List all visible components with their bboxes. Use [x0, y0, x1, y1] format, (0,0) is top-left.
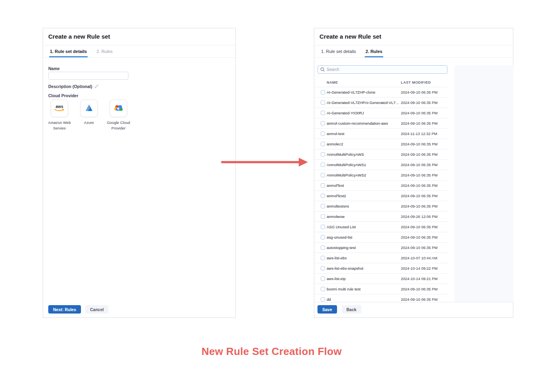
table-row-asg-unused-list[interactable]: asg-unused-list 2024-09-10 06:35 PM: [314, 232, 448, 243]
search-icon: [320, 67, 325, 72]
row-last-modified: 2024-11-13 12:32 PM: [401, 129, 437, 139]
row-name: ASG Unused List: [327, 222, 356, 232]
row-last-modified: 2024-09-10 06:35 PM: [401, 139, 438, 149]
row-checkbox[interactable]: [321, 131, 325, 136]
row-last-modified: 2024-09-10 06:35 PM: [401, 201, 438, 212]
table-row-anmoltest2[interactable]: anmolTest2 2024-09-10 06:35 PM: [314, 191, 448, 201]
row-checkbox[interactable]: [321, 256, 325, 260]
tab-2-rules[interactable]: 2. Rules: [96, 45, 113, 57]
cloud-provider-option-label: Azure: [84, 120, 94, 125]
table-row-ai-generated-vl7zhpai-generated-vl7zhpai-g[interactable]: AI-Generated-VL7ZHPAI-Generated-VL7ZHPAI…: [314, 98, 448, 108]
flow-arrow-right-icon: [220, 157, 310, 168]
table-row-dd[interactable]: dd 2024-09-10 06:35 PM: [314, 294, 448, 302]
row-checkbox[interactable]: [321, 225, 325, 229]
row-checkbox[interactable]: [321, 90, 325, 94]
cloud-provider-option-azure[interactable]: Azure: [74, 100, 104, 131]
row-name: AnmolMultiPolicyAWS2: [327, 170, 366, 180]
row-name: asg-unused-list: [327, 232, 352, 243]
table-row-anmolwow[interactable]: anmolwow 2024-09-26 12:06 PM: [314, 212, 448, 222]
row-checkbox[interactable]: [321, 297, 325, 302]
gcp-icon: [114, 104, 123, 113]
row-checkbox[interactable]: [321, 245, 325, 250]
description-label: Description (Optional): [48, 84, 92, 89]
row-name: anmolec2: [327, 139, 343, 149]
footer-divider: [314, 302, 513, 302]
cloud-provider-label: Cloud Provider: [48, 93, 78, 98]
cloud-provider-option-google-cloud-provider[interactable]: Google Cloud Provider: [104, 100, 133, 131]
table-row-anmol-test[interactable]: anmol-test 2024-11-13 12:32 PM: [314, 129, 448, 139]
table-row-boomi-multi-rule-test[interactable]: boomi multi rule test 2024-09-10 06:35 P…: [314, 284, 448, 294]
row-checkbox[interactable]: [321, 214, 325, 219]
name-input[interactable]: [48, 72, 128, 80]
row-checkbox[interactable]: [321, 183, 325, 188]
search-box[interactable]: [317, 65, 448, 74]
row-last-modified: 2024-09-10 06:35 PM: [401, 98, 438, 108]
row-checkbox[interactable]: [321, 152, 325, 157]
table-row-anmolmultipolicyaws[interactable]: AnmolMultiPolicyAWS 2024-09-10 06:35 PM: [314, 149, 448, 160]
row-checkbox[interactable]: [321, 173, 325, 177]
row-checkbox[interactable]: [321, 142, 325, 146]
row-checkbox[interactable]: [321, 276, 325, 281]
azure-icon: [85, 104, 93, 113]
cloud-provider-card[interactable]: aws: [51, 100, 68, 117]
row-name: autostopping-test: [327, 243, 356, 253]
row-name: dd: [327, 294, 331, 302]
row-name: aws-list-ebs-snapshot: [327, 263, 363, 274]
tabs-divider: [314, 57, 513, 58]
dialog-footer: Save Back: [317, 305, 361, 314]
table-row-anmolec2[interactable]: anmolec2 2024-09-10 06:35 PM: [314, 139, 448, 149]
table-row-anmoltest[interactable]: anmolTest 2024-09-10 06:35 PM: [314, 180, 448, 191]
figure-caption: New Rule Set Creation Flow: [201, 345, 342, 358]
edit-pencil-icon[interactable]: [95, 83, 99, 90]
table-row-aws-list-ebs-snapshot[interactable]: aws-list-ebs-snapshot 2024-10-14 09:22 P…: [314, 263, 448, 274]
row-checkbox[interactable]: [321, 194, 325, 198]
row-name: anmolwow: [327, 212, 345, 222]
back-button[interactable]: Back: [342, 305, 361, 314]
table-row-ai-generated-yio0rj[interactable]: AI-Generated-YIO0RJ 2024-09-10 06:35 PM: [314, 108, 448, 118]
row-checkbox[interactable]: [321, 111, 325, 115]
cancel-button[interactable]: Cancel: [85, 305, 108, 314]
table-row-anmol-custom-recommendation-aws[interactable]: anmol-custom-recommendation-aws 2024-09-…: [314, 118, 448, 129]
cloud-provider-card[interactable]: [80, 100, 98, 117]
row-checkbox[interactable]: [321, 235, 325, 239]
table-row-anmolmultipolicyaws2[interactable]: AnmolMultiPolicyAWS2 2024-09-10 06:35 PM: [314, 170, 448, 180]
row-name: AI-Generated-VL7ZHPAI-Generated-VL7ZHPAI…: [327, 98, 400, 108]
search-input[interactable]: [327, 67, 445, 72]
column-header-name: NAME: [327, 78, 338, 86]
table-row-autostopping-test[interactable]: autostopping-test 2024-09-10 06:35 PM: [314, 243, 448, 253]
table-row-anmoltestsns[interactable]: anmoltestsns 2024-09-10 06:35 PM: [314, 201, 448, 212]
row-name: anmolTest2: [327, 191, 346, 201]
rule-table: AI-Generated-VL7ZHP-clone 2024-09-10 06:…: [314, 87, 448, 302]
table-row-asg-unused-list[interactable]: ASG Unused List 2024-09-10 06:35 PM: [314, 222, 448, 232]
tab-1-rule-set-details[interactable]: 1. Rule set details: [49, 45, 88, 57]
column-header-last-modified: LAST MODIFIED: [401, 78, 431, 86]
dialog-footer: Next: Rules Cancel: [48, 305, 108, 314]
save-button[interactable]: Save: [317, 305, 337, 314]
tab-1-rule-set-details[interactable]: 1. Rule set details: [320, 45, 357, 57]
cloud-provider-card[interactable]: [110, 100, 127, 117]
cloud-provider-option-label: Google Cloud Provider: [104, 120, 133, 131]
row-last-modified: 2024-09-10 06:35 PM: [401, 232, 438, 243]
dialog-title: Create a new Rule set: [48, 28, 110, 45]
row-last-modified: 2024-09-10 06:35 PM: [401, 191, 438, 201]
row-name: anmolTest: [327, 180, 344, 191]
tab-2-rules[interactable]: 2. Rules: [365, 45, 383, 57]
row-name: boomi multi rule test: [327, 284, 361, 294]
table-row-aws-list-eip[interactable]: aws-list-eip 2024-10-14 09:21 PM: [314, 274, 448, 284]
description-row: Description (Optional): [48, 83, 99, 90]
aws-icon: aws: [54, 105, 65, 112]
row-checkbox[interactable]: [321, 163, 325, 167]
row-checkbox[interactable]: [321, 287, 325, 291]
table-row-aws-list-ebs[interactable]: aws-list-ebs 2024-10-07 10:44 AM: [314, 253, 448, 263]
row-checkbox[interactable]: [321, 100, 325, 105]
row-checkbox[interactable]: [321, 266, 325, 270]
next-rules-button[interactable]: Next: Rules: [48, 305, 81, 314]
row-checkbox[interactable]: [321, 204, 325, 208]
table-row-anmolmultipolicyaws1[interactable]: AnmolMultiPolicyAWS1 2024-09-10 06:35 PM: [314, 160, 448, 170]
row-last-modified: 2024-10-14 09:21 PM: [401, 274, 438, 284]
row-checkbox[interactable]: [321, 121, 325, 125]
cloud-provider-option-amazon-web-servies[interactable]: aws Amazon Web Servies: [45, 100, 74, 131]
row-last-modified: 2024-09-10 06:35 PM: [401, 294, 438, 302]
dialog-tabs: 1. Rule set details2. Rules: [49, 45, 235, 57]
table-row-ai-generated-vl7zhp-clone[interactable]: AI-Generated-VL7ZHP-clone 2024-09-10 06:…: [314, 87, 448, 98]
